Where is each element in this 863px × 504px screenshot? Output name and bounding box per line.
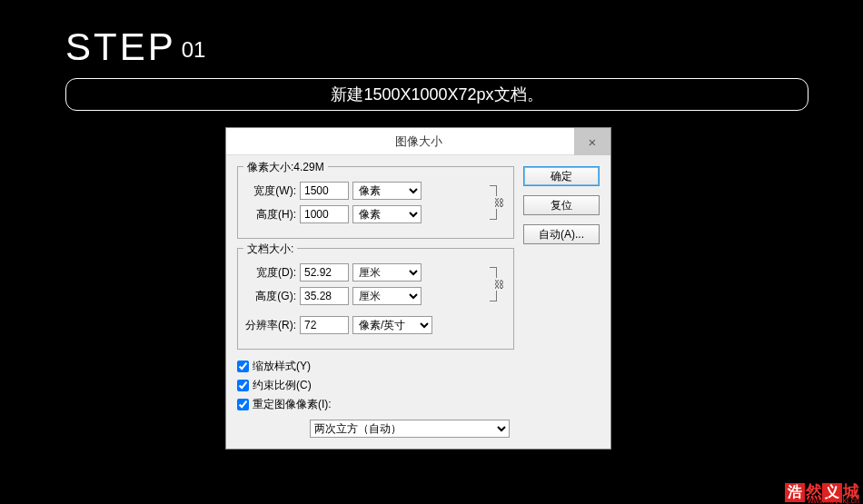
pixel-link-bracket: ⛓ xyxy=(488,180,504,225)
pixel-width-label: 宽度(W): xyxy=(245,183,296,199)
cancel-button[interactable]: 复位 xyxy=(523,195,600,215)
doc-height-input[interactable] xyxy=(300,287,349,305)
pixel-height-label: 高度(H): xyxy=(245,207,296,222)
doc-size-group: 文档大小: 宽度(D): 厘米 高度(G): 厘米 xyxy=(237,248,514,350)
dialog-title: 图像大小 xyxy=(395,133,442,150)
close-button[interactable]: × xyxy=(574,128,610,155)
doc-height-unit[interactable]: 厘米 xyxy=(352,287,422,305)
ok-button[interactable]: 确定 xyxy=(523,166,600,186)
pixel-width-input[interactable] xyxy=(300,182,349,200)
close-icon: × xyxy=(589,134,597,150)
step-title: STEP01 xyxy=(65,25,205,69)
doc-link-bracket: ⛓ xyxy=(488,262,504,307)
pixel-height-input[interactable] xyxy=(300,205,349,223)
doc-width-unit[interactable]: 厘米 xyxy=(352,263,422,282)
resolution-label: 分辨率(R): xyxy=(245,318,296,333)
resample-method-select[interactable]: 两次立方（自动） xyxy=(310,420,510,438)
scale-styles-checkbox[interactable] xyxy=(237,361,249,372)
pixel-width-unit[interactable]: 像素 xyxy=(352,182,422,200)
resolution-unit[interactable]: 像素/英寸 xyxy=(352,316,432,334)
resample-label: 重定图像像素(I): xyxy=(253,397,332,412)
image-size-dialog: 图像大小 × 像素大小:4.29M 宽度(W): 像素 高度(H): xyxy=(225,127,611,450)
doc-width-input[interactable] xyxy=(300,263,349,282)
constrain-label: 约束比例(C) xyxy=(253,378,312,393)
doc-size-legend: 文档大小: xyxy=(243,242,297,257)
scale-styles-label: 缩放样式(Y) xyxy=(253,359,311,374)
link-icon: ⛓ xyxy=(494,278,504,291)
resample-checkbox[interactable] xyxy=(237,399,249,410)
doc-height-label: 高度(G): xyxy=(245,289,296,304)
pixel-size-group: 像素大小:4.29M 宽度(W): 像素 高度(H): 像素 xyxy=(237,166,514,239)
link-icon: ⛓ xyxy=(494,196,504,209)
doc-width-label: 宽度(D): xyxy=(245,265,296,281)
constrain-checkbox[interactable] xyxy=(237,380,249,391)
instruction-bar: 新建1500X1000X72px文档。 xyxy=(65,78,808,111)
auto-button[interactable]: 自动(A)... xyxy=(523,224,600,244)
pixel-size-legend: 像素大小:4.29M xyxy=(243,160,328,175)
watermark-url: www.hryckj.cn xyxy=(808,496,859,504)
dialog-titlebar[interactable]: 图像大小 × xyxy=(226,128,610,155)
resolution-input[interactable] xyxy=(300,316,349,334)
pixel-height-unit[interactable]: 像素 xyxy=(352,205,422,223)
